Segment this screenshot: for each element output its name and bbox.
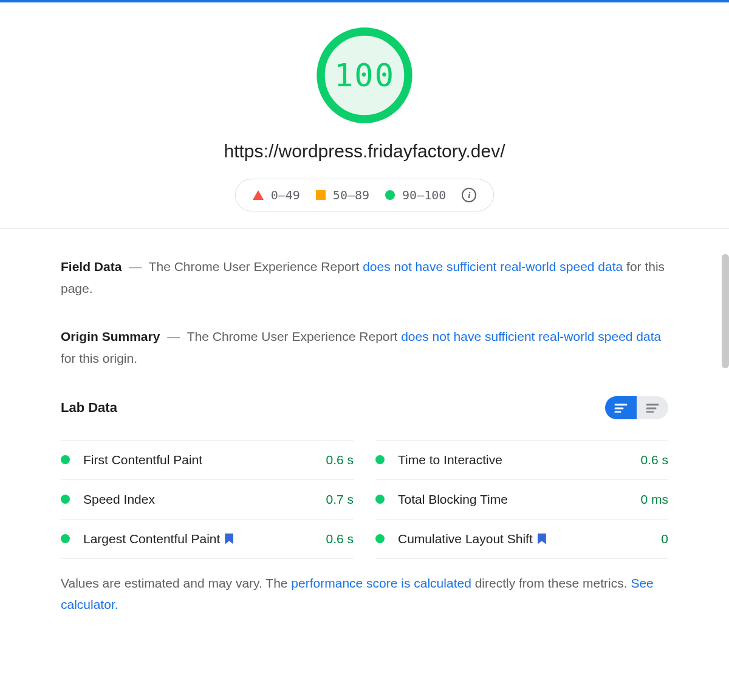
- metric-value: 0: [661, 532, 668, 546]
- status-dot-icon: [375, 455, 385, 464]
- triangle-icon: [253, 190, 264, 200]
- metric-row[interactable]: Time to Interactive 0.6 s: [375, 440, 668, 479]
- bookmark-icon: [538, 534, 546, 544]
- status-dot-icon: [61, 495, 70, 504]
- dash-separator: —: [163, 329, 183, 343]
- metric-row[interactable]: First Contentful Paint 0.6 s: [61, 440, 354, 479]
- legend-fail: 0–49: [253, 188, 300, 202]
- status-dot-icon: [61, 455, 70, 464]
- metric-row[interactable]: Total Blocking Time 0 ms: [375, 479, 668, 519]
- origin-summary-posttext: for this origin.: [61, 351, 137, 365]
- field-data-label: Field Data: [61, 259, 122, 273]
- metrics-col-right: Time to Interactive 0.6 s Total Blocking…: [375, 440, 668, 559]
- tested-url: https://wordpress.fridayfactory.dev/: [0, 141, 729, 162]
- scrollbar-thumb[interactable]: [722, 254, 729, 368]
- origin-summary-label: Origin Summary: [61, 329, 160, 343]
- metric-name: Cumulative Layout Shift: [398, 532, 533, 546]
- metric-name: First Contentful Paint: [83, 453, 202, 467]
- info-icon[interactable]: i: [462, 188, 476, 202]
- dash-separator: —: [125, 259, 145, 273]
- status-dot-icon: [375, 495, 385, 504]
- legend-average: 50–89: [316, 188, 369, 202]
- view-compact-button[interactable]: [637, 396, 668, 419]
- metric-name: Largest Contentful Paint: [83, 532, 220, 546]
- metrics-col-left: First Contentful Paint 0.6 s Speed Index…: [61, 440, 354, 559]
- origin-summary-pretext: The Chrome User Experience Report: [187, 329, 401, 343]
- field-data-pretext: The Chrome User Experience Report: [149, 259, 363, 273]
- lines-left-icon: [614, 403, 628, 413]
- status-dot-icon: [375, 534, 385, 543]
- footnote-pre: Values are estimated and may vary. The: [61, 576, 291, 590]
- report-content: Field Data — The Chrome User Experience …: [61, 229, 668, 640]
- metric-value: 0.6 s: [640, 453, 668, 467]
- field-data-block: Field Data — The Chrome User Experience …: [61, 256, 668, 299]
- lab-data-title: Lab Data: [61, 400, 117, 416]
- score-hero: 100 https://wordpress.fridayfactory.dev/…: [0, 2, 729, 229]
- metrics-grid: First Contentful Paint 0.6 s Speed Index…: [61, 440, 668, 559]
- view-expanded-button[interactable]: [605, 396, 637, 419]
- legend-fail-range: 0–49: [271, 188, 300, 202]
- metric-name: Speed Index: [83, 492, 155, 507]
- field-data-link[interactable]: does not have sufficient real-world spee…: [363, 259, 623, 273]
- footnote-mid: directly from these metrics.: [471, 576, 631, 590]
- metric-value: 0.6 s: [326, 532, 354, 546]
- origin-summary-block: Origin Summary — The Chrome User Experie…: [61, 326, 668, 369]
- metric-value: 0.6 s: [326, 453, 354, 467]
- metric-row[interactable]: Largest Contentful Paint 0.6 s: [61, 519, 354, 558]
- legend-pass: 90–100: [385, 188, 446, 202]
- metric-row[interactable]: Speed Index 0.7 s: [61, 479, 354, 519]
- calc-link[interactable]: performance score is calculated: [291, 576, 471, 590]
- metric-name: Total Blocking Time: [398, 492, 508, 507]
- score-legend: 0–49 50–89 90–100 i: [235, 179, 495, 211]
- metric-row[interactable]: Cumulative Layout Shift 0: [375, 519, 668, 558]
- lines-right-icon: [646, 403, 659, 413]
- legend-average-range: 50–89: [333, 188, 369, 202]
- origin-summary-link[interactable]: does not have sufficient real-world spee…: [401, 329, 661, 343]
- square-icon: [316, 190, 326, 200]
- score-value: 100: [334, 57, 395, 94]
- legend-pass-range: 90–100: [402, 188, 446, 202]
- lab-footnote: Values are estimated and may vary. The p…: [61, 572, 668, 616]
- metric-value: 0.7 s: [326, 492, 354, 507]
- metric-name: Time to Interactive: [398, 453, 502, 467]
- status-dot-icon: [61, 534, 70, 543]
- bookmark-icon: [225, 534, 233, 544]
- score-gauge: 100: [316, 27, 413, 124]
- metric-value: 0 ms: [640, 492, 668, 507]
- circle-icon: [385, 190, 395, 200]
- view-toggle: [605, 396, 668, 419]
- lab-data-header: Lab Data: [61, 396, 668, 419]
